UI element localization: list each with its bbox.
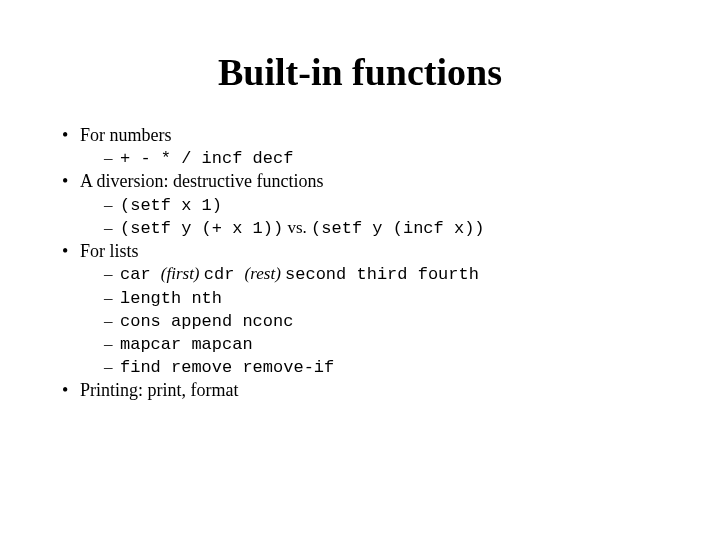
sublist-diversion: (setf x 1) (setf y (+ x 1)) vs. (setf y … — [80, 194, 660, 240]
sublist-numbers: + - * / incf decf — [80, 147, 660, 170]
code-text: (setf y (incf x)) — [311, 219, 484, 238]
code-text: (setf x 1) — [120, 196, 222, 215]
bullet-lists: For lists car (first) cdr (rest) second … — [60, 240, 660, 379]
slide-title: Built-in functions — [60, 50, 660, 94]
bullet-list: For numbers + - * / incf decf A diversio… — [60, 124, 660, 402]
bullet-numbers: For numbers + - * / incf decf — [60, 124, 660, 170]
sub-item: cons append nconc — [104, 310, 660, 333]
code-text: car — [120, 265, 161, 284]
code-text: second third fourth — [285, 265, 479, 284]
code-text: (setf y (+ x 1)) — [120, 219, 283, 238]
bullet-printing: Printing: print, format — [60, 379, 660, 402]
italic-text: (rest) — [245, 264, 285, 283]
code-text: + - * / incf decf — [120, 149, 293, 168]
code-text: find remove remove-if — [120, 358, 334, 377]
bullet-label: A diversion: destructive functions — [80, 171, 323, 191]
italic-text: (first) — [161, 264, 204, 283]
bullet-label: Printing: print, format — [80, 380, 238, 400]
sub-item: length nth — [104, 287, 660, 310]
code-text: length nth — [120, 289, 222, 308]
sub-item: + - * / incf decf — [104, 147, 660, 170]
slide: Built-in functions For numbers + - * / i… — [0, 0, 720, 540]
code-text: mapcar mapcan — [120, 335, 253, 354]
bullet-diversion: A diversion: destructive functions (setf… — [60, 170, 660, 240]
code-text: cons append nconc — [120, 312, 293, 331]
bullet-label: For lists — [80, 241, 139, 261]
code-text: cdr — [204, 265, 245, 284]
bullet-label: For numbers — [80, 125, 172, 145]
sub-item: car (first) cdr (rest) second third four… — [104, 263, 660, 286]
sublist-lists: car (first) cdr (rest) second third four… — [80, 263, 660, 378]
vs-text: vs. — [283, 218, 311, 237]
sub-item: mapcar mapcan — [104, 333, 660, 356]
sub-item: (setf y (+ x 1)) vs. (setf y (incf x)) — [104, 217, 660, 240]
sub-item: (setf x 1) — [104, 194, 660, 217]
sub-item: find remove remove-if — [104, 356, 660, 379]
